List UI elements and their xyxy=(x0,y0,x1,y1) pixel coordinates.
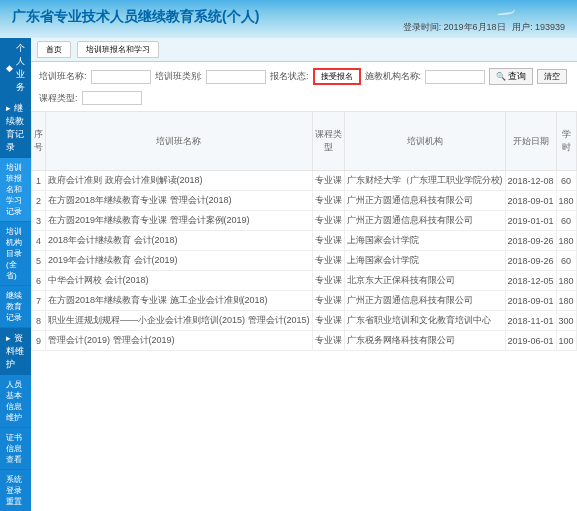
cell: 8 xyxy=(32,311,46,331)
cell: 4 xyxy=(32,231,46,251)
cell: 300 xyxy=(556,311,576,331)
cell: 3 xyxy=(32,211,46,231)
results-table: 序号培训班名称课程类型培训机构开始日期学时总招人数已报人数空缺人数报名状态操作 … xyxy=(31,111,577,351)
tab-current[interactable]: 培训班报名和学习 xyxy=(77,41,159,58)
cell: 职业生涯规划规程——小企业会计准则培训(2015) 管理会计(2015) xyxy=(46,311,313,331)
sidebar-item[interactable]: 系统登录重置 xyxy=(0,470,31,511)
cell: 180 xyxy=(556,271,576,291)
login-time: 2019年6月18日 xyxy=(443,22,505,32)
col-header: 培训机构 xyxy=(344,112,505,171)
tabs: 首页 培训班报名和学习 xyxy=(31,38,577,62)
class-label: 培训班类别: xyxy=(155,70,203,83)
cell: 9 xyxy=(32,331,46,351)
user-icon: ◆ xyxy=(6,63,13,73)
sidebar-item[interactable]: 培训机构目录(全省) xyxy=(0,222,31,286)
cell: 广州正方圆通信息科技有限公司 xyxy=(344,211,505,231)
cell: 2018-11-01 xyxy=(505,311,556,331)
plane-icon xyxy=(497,6,517,18)
cell: 2018-09-26 xyxy=(505,251,556,271)
search-label: 查询 xyxy=(508,71,526,81)
sidebar-group-head[interactable]: ▸ 资料维护 xyxy=(0,328,31,375)
col-header: 学时 xyxy=(556,112,576,171)
cell: 60 xyxy=(556,171,576,191)
cell: 专业课 xyxy=(312,331,344,351)
cell: 2019-01-01 xyxy=(505,211,556,231)
cell: 180 xyxy=(556,231,576,251)
cell: 180 xyxy=(556,291,576,311)
user-id: 193939 xyxy=(535,22,565,32)
cell: 专业课 xyxy=(312,271,344,291)
table-row: 9管理会计(2019) 管理会计(2019)专业课广东税务网络科技有限公司201… xyxy=(32,331,578,351)
cell: 2 xyxy=(32,191,46,211)
cell: 7 xyxy=(32,291,46,311)
table-row: 2在方圆2018年继续教育专业课 管理会计(2018)专业课广州正方圆通信息科技… xyxy=(32,191,578,211)
filter-bar: 培训班名称: 培训班类别: 报名状态: 接受报名 施教机构名称: 🔍 查询 清空 xyxy=(31,62,577,91)
cell: 1 xyxy=(32,171,46,191)
cell: 5 xyxy=(32,251,46,271)
table-row: 8职业生涯规划规程——小企业会计准则培训(2015) 管理会计(2015)专业课… xyxy=(32,311,578,331)
table-row: 1政府会计准则 政府会计准则解读(2018)专业课广东财经大学（广东理工职业学院… xyxy=(32,171,578,191)
cell: 在方圆2018年继续教育专业课 施工企业会计准则(2018) xyxy=(46,291,313,311)
cell: 专业课 xyxy=(312,231,344,251)
cell: 上海国家会计学院 xyxy=(344,251,505,271)
login-info: 登录时间: 2019年6月18日 用户: 193939 xyxy=(403,21,565,34)
type-input[interactable] xyxy=(82,91,142,105)
cell: 180 xyxy=(556,191,576,211)
col-header: 序号 xyxy=(32,112,46,171)
cell: 广东省职业培训和文化教育培训中心 xyxy=(344,311,505,331)
sidebar-item[interactable]: 人员基本信息维护 xyxy=(0,375,31,428)
cell: 广州正方圆通信息科技有限公司 xyxy=(344,291,505,311)
sidebar-item[interactable]: 继续教育记录 xyxy=(0,286,31,328)
status-select[interactable]: 接受报名 xyxy=(313,68,361,85)
main-panel: 首页 培训班报名和学习 培训班名称: 培训班类别: 报名状态: 接受报名 施教机… xyxy=(31,38,577,511)
cell: 2018-09-01 xyxy=(505,291,556,311)
type-label: 课程类型: xyxy=(39,92,78,105)
sidebar-item[interactable]: 证书信息查看 xyxy=(0,428,31,470)
cell: 2018-12-08 xyxy=(505,171,556,191)
table-row: 42018年会计继续教育 会计(2018)专业课上海国家会计学院2018-09-… xyxy=(32,231,578,251)
cell: 6 xyxy=(32,271,46,291)
cell: 2018年会计继续教育 会计(2018) xyxy=(46,231,313,251)
cell: 专业课 xyxy=(312,291,344,311)
name-input[interactable] xyxy=(91,70,151,84)
sidebar-item[interactable]: 培训班报名和学习记录 xyxy=(0,158,31,222)
cell: 2019-06-01 xyxy=(505,331,556,351)
class-input[interactable] xyxy=(206,70,266,84)
cell: 2018-09-26 xyxy=(505,231,556,251)
table-row: 52019年会计继续教育 会计(2019)专业课上海国家会计学院2018-09-… xyxy=(32,251,578,271)
status-label: 报名状态: xyxy=(270,70,309,83)
cell: 专业课 xyxy=(312,191,344,211)
cell: 广东财经大学（广东理工职业学院分校) xyxy=(344,171,505,191)
clear-button[interactable]: 清空 xyxy=(537,69,567,84)
table-row: 6中华会计网校 会计(2018)专业课北京东大正保科技有限公司2018-12-0… xyxy=(32,271,578,291)
user-label: 用户: xyxy=(512,22,533,32)
table-row: 7在方圆2018年继续教育专业课 施工企业会计准则(2018)专业课广州正方圆通… xyxy=(32,291,578,311)
org-label: 施教机构名称: xyxy=(365,70,422,83)
filter-bar-2: 课程类型: xyxy=(31,91,577,111)
cell: 北京东大正保科技有限公司 xyxy=(344,271,505,291)
cell: 专业课 xyxy=(312,171,344,191)
cell: 60 xyxy=(556,211,576,231)
table-row: 3在方圆2019年继续教育专业课 管理会计案例(2019)专业课广州正方圆通信息… xyxy=(32,211,578,231)
sidebar-header: ◆ 个人业务 xyxy=(0,38,31,98)
cell: 专业课 xyxy=(312,311,344,331)
col-header: 课程类型 xyxy=(312,112,344,171)
col-header: 开始日期 xyxy=(505,112,556,171)
cell: 专业课 xyxy=(312,211,344,231)
app-top: 广东省专业技术人员继续教育系统(个人) 登录时间: 2019年6月18日 用户:… xyxy=(0,0,577,511)
org-input[interactable] xyxy=(425,70,485,84)
sidebar-group-head[interactable]: ▸ 继续教育记录 xyxy=(0,98,31,158)
cell: 60 xyxy=(556,251,576,271)
cell: 广东税务网络科技有限公司 xyxy=(344,331,505,351)
cell: 专业课 xyxy=(312,251,344,271)
sidebar-header-text: 个人业务 xyxy=(16,42,25,94)
cell: 2018-12-05 xyxy=(505,271,556,291)
cell: 管理会计(2019) 管理会计(2019) xyxy=(46,331,313,351)
cell: 广州正方圆通信息科技有限公司 xyxy=(344,191,505,211)
tab-home[interactable]: 首页 xyxy=(37,41,71,58)
col-header: 培训班名称 xyxy=(46,112,313,171)
sidebar: ◆ 个人业务 ▸ 继续教育记录培训班报名和学习记录培训机构目录(全省)继续教育记… xyxy=(0,38,31,511)
banner: 广东省专业技术人员继续教育系统(个人) 登录时间: 2019年6月18日 用户:… xyxy=(0,0,577,38)
search-button[interactable]: 🔍 查询 xyxy=(489,68,533,85)
name-label: 培训班名称: xyxy=(39,70,87,83)
